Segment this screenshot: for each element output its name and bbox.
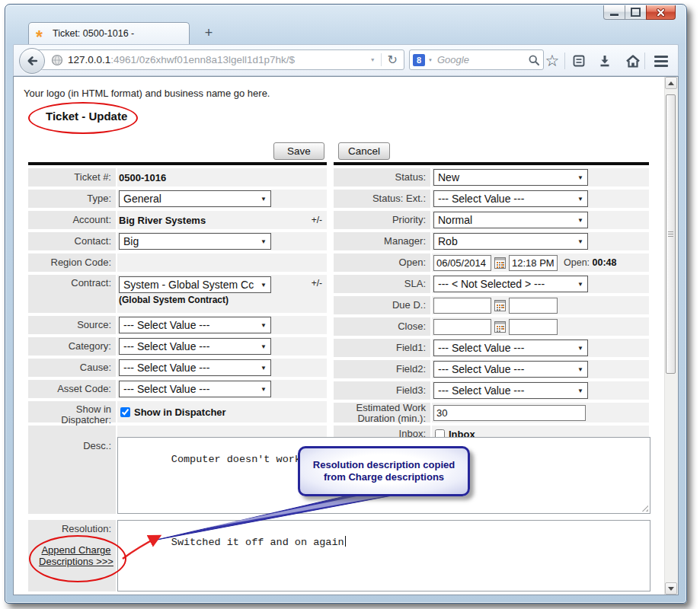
vertical-scrollbar[interactable] <box>664 77 678 595</box>
new-tab-button[interactable]: + <box>199 24 219 43</box>
source-select[interactable]: --- Select Value --- ▼ <box>119 317 271 333</box>
scroll-up-button[interactable] <box>665 77 677 89</box>
dropdown-arrow-icon: ▼ <box>261 322 267 329</box>
save-button[interactable]: Save <box>273 142 324 160</box>
cause-row: Cause: --- Select Value --- ▼ <box>28 359 327 377</box>
browser-tab[interactable]: * Ticket: 0500-1016 - <box>28 22 190 44</box>
show-in-dispatcher-checkbox[interactable] <box>120 407 130 417</box>
status-ext-select[interactable]: --- Select Value --- ▼ <box>433 190 588 207</box>
sla-select[interactable]: --- < Not Selected > --- ▼ <box>433 276 588 292</box>
dropdown-arrow-icon: ▼ <box>577 281 583 288</box>
status-select[interactable]: New ▼ <box>433 169 588 186</box>
select-value: General <box>123 193 161 205</box>
append-charge-descriptions-link[interactable]: Append Charge Descriptions >>> <box>32 544 120 567</box>
region-code-row: Region Code: <box>28 253 327 272</box>
window-controls <box>603 5 676 20</box>
home-icon[interactable] <box>624 52 642 70</box>
priority-select[interactable]: Normal ▼ <box>433 212 588 228</box>
bookmarks-menu-icon[interactable] <box>570 52 588 70</box>
due-time-input[interactable] <box>509 298 558 314</box>
calendar-icon[interactable] <box>494 257 506 269</box>
open-elapsed-value: 00:48 <box>593 257 617 268</box>
minimize-icon <box>610 14 618 16</box>
scroll-down-button[interactable] <box>665 582 677 595</box>
hamburger-glyph <box>654 56 668 67</box>
menu-hamburger-icon[interactable] <box>652 52 670 70</box>
field-label: Type: <box>28 190 116 208</box>
calendar-icon[interactable] <box>494 300 506 311</box>
downloads-icon[interactable] <box>596 52 614 70</box>
cancel-button[interactable]: Cancel <box>338 142 390 160</box>
estimated-duration-input[interactable] <box>433 405 586 421</box>
back-button[interactable] <box>19 48 45 74</box>
field2-select[interactable]: --- Select Value --- ▼ <box>433 361 588 378</box>
url-bar[interactable]: 127.0.0.1:4961/0z6xhwf01enn8a13lgell1d1p… <box>32 49 404 70</box>
search-box[interactable]: 8 ▼ <box>409 49 544 70</box>
resize-grip-icon[interactable] <box>641 504 648 512</box>
open-date-input[interactable] <box>433 255 491 271</box>
maximize-button[interactable] <box>625 5 646 20</box>
manager-row: Manager: Rob ▼ <box>334 232 649 250</box>
type-row: Type: General ▼ <box>28 190 327 208</box>
search-magnifier-icon[interactable] <box>528 54 540 66</box>
select-value: Rob <box>438 235 458 247</box>
field-label: Open: <box>334 253 430 272</box>
dispatcher-row: Show in Dispatcher: Show in Dispatcher <box>28 401 327 422</box>
url-host: 127.0.0.1 <box>68 54 110 65</box>
field1-select[interactable]: --- Select Value --- ▼ <box>433 340 588 356</box>
tab-title: Ticket: 0500-1016 - <box>53 28 134 39</box>
resolution-text: Switched it off and on again <box>171 537 344 548</box>
search-engine-dropmarker-icon[interactable]: ▼ <box>425 58 436 62</box>
calendar-icon[interactable] <box>494 321 506 333</box>
navigation-toolbar: 127.0.0.1:4961/0z6xhwf01enn8a13lgell1d1p… <box>13 44 679 76</box>
category-select[interactable]: --- Select Value --- ▼ <box>119 338 271 355</box>
minimize-button[interactable] <box>603 5 625 20</box>
dropdown-arrow-icon: ▼ <box>577 387 583 394</box>
content-viewport: Your logo (in HTML format) and business … <box>13 76 679 595</box>
field-label: Status: <box>334 168 430 187</box>
field-label: Ticket #: <box>28 168 116 187</box>
ticket-fields-right: Status: New ▼ Status: Ext.: --- Select V… <box>334 162 649 445</box>
search-input[interactable] <box>436 53 528 66</box>
manager-select[interactable]: Rob ▼ <box>433 233 588 250</box>
callout-text: from Charge descriptions <box>324 471 444 483</box>
maximize-icon <box>631 8 641 17</box>
dropdown-arrow-icon: ▼ <box>577 345 583 352</box>
select-value: System - Global System Cc <box>123 279 254 291</box>
dropdown-arrow-icon: ▼ <box>261 282 267 289</box>
search-engine-icon[interactable]: 8 <box>413 54 425 66</box>
reload-icon[interactable]: ↻ <box>382 50 404 69</box>
select-value: --- Select Value --- <box>123 383 209 395</box>
contact-select[interactable]: Big ▼ <box>119 233 271 250</box>
due-date-input[interactable] <box>433 298 491 314</box>
bookmark-star-icon[interactable]: ☆ <box>543 52 561 70</box>
callout-bubble: Resolution description copied from Charg… <box>298 446 470 496</box>
field-label: Field2: <box>334 360 430 378</box>
account-plus-minus-link[interactable]: +/- <box>312 215 327 225</box>
field-label: Manager: <box>334 232 430 250</box>
url-path: :4961/0z6xhwf01enn8a13lgell1d1p7hk/$ <box>110 54 295 65</box>
status-row: Status: New ▼ <box>334 168 649 187</box>
field-label: Field1: <box>334 339 430 357</box>
cause-select[interactable]: --- Select Value --- ▼ <box>119 359 271 376</box>
globe-icon <box>51 54 63 66</box>
field-label: Due D.: <box>334 296 430 314</box>
resolution-textarea[interactable]: Switched it off and on again <box>117 520 650 591</box>
select-value: --- Select Value --- <box>123 340 209 352</box>
type-select[interactable]: General ▼ <box>119 190 271 207</box>
scrollbar-thumb[interactable] <box>666 94 676 374</box>
dropdown-arrow-icon: ▼ <box>261 196 267 202</box>
contract-plus-minus-link[interactable]: +/- <box>312 278 327 289</box>
url-dropmarker-icon[interactable]: ▼ <box>365 57 381 62</box>
close-button[interactable] <box>646 5 676 20</box>
close-date-input[interactable] <box>433 319 491 335</box>
field3-select[interactable]: --- Select Value --- ▼ <box>433 382 588 399</box>
close-time-input[interactable] <box>509 319 558 335</box>
asset-code-select[interactable]: --- Select Value --- ▼ <box>119 381 271 397</box>
text-cursor <box>345 536 347 547</box>
dropdown-arrow-icon: ▼ <box>577 174 583 181</box>
select-value: --- Select Value --- <box>123 319 209 331</box>
contract-select[interactable]: System - Global System Cc ▼ <box>119 276 271 293</box>
open-time-input[interactable] <box>509 255 558 271</box>
select-value: --- Select Value --- <box>123 362 209 374</box>
